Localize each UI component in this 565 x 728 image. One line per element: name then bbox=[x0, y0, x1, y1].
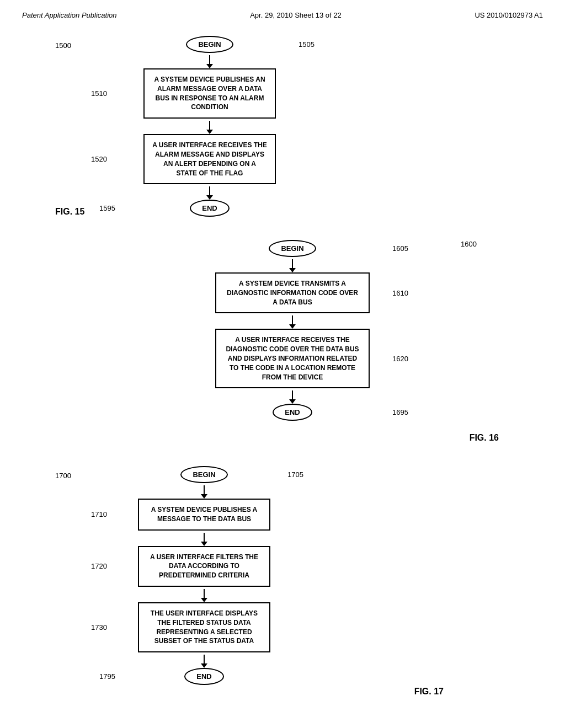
fig16-end-label: 1695 bbox=[392, 408, 408, 416]
fig16-arrow2 bbox=[292, 313, 293, 329]
header-date-sheet: Apr. 29, 2010 Sheet 13 of 22 bbox=[250, 11, 342, 19]
fig15-section: 1500 BEGIN 1505 A SYSTEM DEVICE PUBLISHE… bbox=[22, 36, 543, 212]
fig16-section: 1600 BEGIN 1605 A SYSTEM DEVICE TRANSMIT… bbox=[22, 240, 543, 438]
fig15-arrow1 bbox=[209, 53, 210, 68]
page-header: Patent Application Publication Apr. 29, … bbox=[22, 11, 543, 19]
fig17-step2-label: 1720 bbox=[91, 562, 107, 570]
fig15-step2-label: 1520 bbox=[91, 155, 107, 163]
fig15-begin-node: BEGIN bbox=[186, 36, 233, 53]
fig15-diagram-wrapper: 1500 BEGIN 1505 A SYSTEM DEVICE PUBLISHE… bbox=[22, 36, 543, 212]
fig16-num: 1600 bbox=[461, 240, 477, 248]
fig17-diagram-wrapper: 1700 BEGIN 1705 A SYSTEM DEVICE PUBLISHE… bbox=[22, 466, 543, 698]
header-publication-label: Patent Application Publication bbox=[22, 11, 117, 19]
fig17-end-label: 1795 bbox=[99, 672, 115, 681]
fig16-end-node: END bbox=[273, 404, 312, 421]
fig16-begin-node: BEGIN bbox=[269, 240, 316, 257]
fig15-end-label: 1595 bbox=[99, 204, 115, 212]
fig17-end-node: END bbox=[184, 668, 223, 685]
fig15-end-node: END bbox=[190, 200, 229, 217]
fig17-step1-node: A SYSTEM DEVICE PUBLISHES A MESSAGE TO T… bbox=[138, 499, 270, 531]
fig17-arrow3 bbox=[204, 587, 205, 602]
fig15-arrow3 bbox=[209, 184, 210, 200]
fig17-arrow1 bbox=[204, 483, 205, 499]
header-patent-number: US 2010/0102973 A1 bbox=[475, 11, 543, 19]
fig17-begin-node: BEGIN bbox=[180, 466, 227, 483]
fig16-step1-label: 1610 bbox=[392, 289, 408, 297]
fig16-arrow3 bbox=[292, 388, 293, 404]
fig15-step1-node: A SYSTEM DEVICE PUBLISHES AN ALARM MESSA… bbox=[143, 68, 276, 119]
fig15-step1-label: 1510 bbox=[91, 89, 107, 98]
fig17-step3-label: 1730 bbox=[91, 623, 107, 631]
fig17-step3-node: THE USER INTERFACE DISPLAYS THE FILTERED… bbox=[138, 602, 270, 652]
fig16-step1-node: A SYSTEM DEVICE TRANSMITS A DIAGNOSTIC I… bbox=[215, 272, 370, 313]
fig15-begin-label: 1505 bbox=[299, 40, 315, 49]
fig17-step2-node: A USER INTERFACE FILTERS THE DATA ACCORD… bbox=[138, 546, 270, 587]
fig16-arrow1 bbox=[292, 257, 293, 272]
fig15-step2-node: A USER INTERFACE RECEIVES THE ALARM MESS… bbox=[143, 134, 276, 184]
fig16-step2-label: 1620 bbox=[392, 355, 408, 363]
fig15-arrow2 bbox=[209, 119, 210, 134]
fig15-label: FIG. 15 bbox=[55, 207, 84, 217]
fig16-label: FIG. 16 bbox=[470, 433, 499, 443]
fig17-section: 1700 BEGIN 1705 A SYSTEM DEVICE PUBLISHE… bbox=[22, 466, 543, 698]
fig17-arrow4 bbox=[204, 652, 205, 668]
fig16-begin-label: 1605 bbox=[392, 244, 408, 253]
fig15-num: 1500 bbox=[55, 41, 71, 50]
fig17-arrow2 bbox=[204, 531, 205, 546]
fig16-diagram-wrapper: 1600 BEGIN 1605 A SYSTEM DEVICE TRANSMIT… bbox=[22, 240, 543, 438]
fig16-step2-node: A USER INTERFACE RECEIVES THE DIAGNOSTIC… bbox=[215, 329, 370, 388]
fig17-num: 1700 bbox=[55, 472, 71, 480]
fig17-label: FIG. 17 bbox=[414, 687, 444, 697]
fig17-begin-label: 1705 bbox=[287, 470, 303, 479]
fig17-step1-label: 1710 bbox=[91, 510, 107, 518]
page: Patent Application Publication Apr. 29, … bbox=[0, 0, 565, 728]
